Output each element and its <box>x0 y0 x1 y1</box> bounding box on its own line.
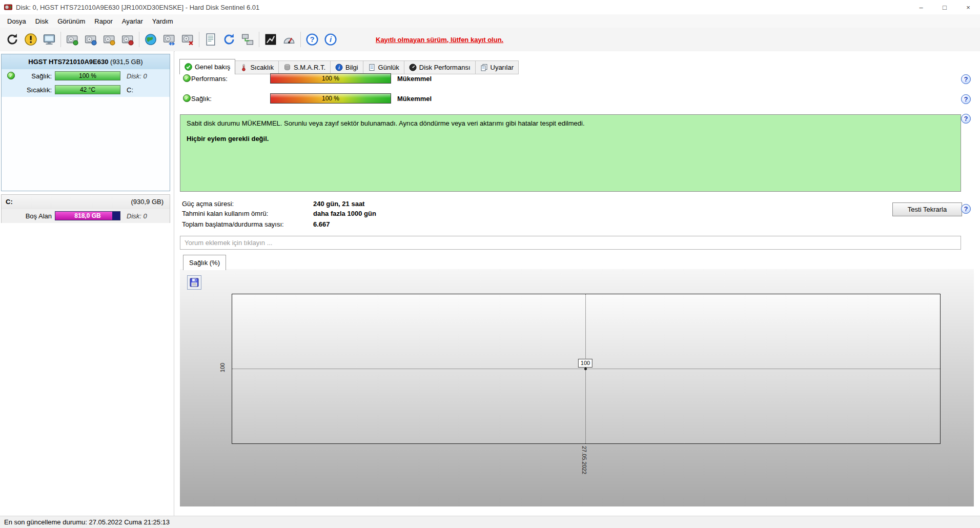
menu-gorunum[interactable]: Görünüm <box>53 14 90 28</box>
health-status-icon: ✓ <box>183 94 191 102</box>
close-button[interactable]: × <box>956 0 980 14</box>
app-icon <box>4 3 12 11</box>
disk-health-label: Sağlık: <box>11 72 52 80</box>
network-disks-icon <box>241 33 254 46</box>
log-icon <box>368 64 376 71</box>
menu-ayarlar[interactable]: Ayarlar <box>117 14 148 28</box>
menu-yardim[interactable]: Yardım <box>148 14 178 28</box>
tab-sicaklik[interactable]: Sıcaklık <box>235 60 279 74</box>
data-point-label: 100 <box>578 359 593 368</box>
retest-help-icon[interactable]: ? <box>961 204 971 214</box>
disk-repair-button[interactable] <box>118 29 137 50</box>
tab-smart[interactable]: S.M.A.R.T. <box>278 60 331 74</box>
stat-label: Tahmini kalan kullanım ömrü: <box>182 210 268 217</box>
menubar: Dosya Disk Görünüm Rapor Ayarlar Yardım <box>0 14 980 28</box>
health-bar: 100 % <box>270 93 391 104</box>
disk-surface-test-button[interactable] <box>100 29 118 50</box>
help-icon: ? <box>305 33 319 46</box>
warning-icon <box>24 33 37 46</box>
disk-performance-button[interactable] <box>280 29 298 50</box>
online-update-button[interactable] <box>141 29 160 50</box>
titlebar: Disk: 0, HGST HTS721010A9E630 [JR100XD30… <box>0 0 980 15</box>
tab-disk-performansi[interactable]: Disk Performansı <box>404 60 476 74</box>
smart-icon <box>283 64 291 71</box>
tab-genel-bakis[interactable]: Genel bakış <box>179 59 235 74</box>
tab-label: Genel bakış <box>195 63 230 71</box>
disk-remove-icon <box>181 33 194 46</box>
disk-surface-test-icon <box>103 33 116 46</box>
surface-map-button[interactable] <box>261 29 280 50</box>
network-disks-button[interactable] <box>238 29 257 50</box>
health-help-icon[interactable]: ? <box>961 94 971 104</box>
health-row: ✓ Sağlık: 100 % Mükemmel <box>175 93 980 105</box>
statusbar: En son güncelleme durumu: 27.05.2022 Cum… <box>0 516 980 528</box>
about-button[interactable]: i <box>321 29 340 50</box>
disk-name: HGST HTS721010A9E630 <box>28 58 108 66</box>
health-label: Sağlık: <box>191 95 212 103</box>
save-floppy-icon <box>189 277 199 288</box>
menu-rapor[interactable]: Rapor <box>90 14 117 28</box>
performance-status-icon: ✓ <box>183 74 191 82</box>
data-point-marker <box>584 368 587 370</box>
chart-tab-saglik[interactable]: Sağlık (%) <box>183 255 226 270</box>
partition-free-row: Boş Alan 818,0 GB Disk: 0 <box>2 209 170 223</box>
x-axis-tick-label: 27.05.2022 <box>581 446 587 474</box>
stat-label: Güç açma süresi: <box>182 200 234 208</box>
status-warning-button[interactable] <box>22 29 40 50</box>
tab-label: Günlük <box>378 64 399 71</box>
tab-bilgi[interactable]: i Bilgi <box>330 60 363 74</box>
disk-sync-button[interactable] <box>160 29 178 50</box>
refresh-button[interactable] <box>3 29 22 50</box>
chart-tab-label: Sağlık (%) <box>189 259 220 267</box>
tab-label: Uyarılar <box>491 64 514 71</box>
register-link[interactable]: Kayıtlı olmayan sürüm, lütfen kayıt olun… <box>376 36 503 44</box>
report-button[interactable] <box>201 29 220 50</box>
tab-label: Bilgi <box>345 64 358 71</box>
disk-size: (931,5 GB) <box>108 58 142 66</box>
refresh-data-button[interactable] <box>220 29 238 50</box>
window-title: Disk: 0, HGST HTS721010A9E630 [JR100XD30… <box>16 4 259 11</box>
status-help-icon[interactable]: ? <box>961 114 971 124</box>
toolbar-separator <box>60 32 61 47</box>
disk-extended-test-button[interactable] <box>81 29 100 50</box>
disk-number-label: Disk: 0 <box>127 72 147 80</box>
save-chart-button[interactable] <box>187 275 201 290</box>
health-history-chart: 100 100 27.05.2022 <box>180 269 974 506</box>
disk-quick-test-button[interactable] <box>63 29 81 50</box>
tab-uyarilar[interactable]: Uyarılar <box>475 60 519 74</box>
menu-disk[interactable]: Disk <box>31 14 53 28</box>
partition-size: (930,9 GB) <box>131 198 164 206</box>
disk-remove-button[interactable] <box>178 29 197 50</box>
performance-label: Performans: <box>191 75 228 83</box>
menu-dosya[interactable]: Dosya <box>3 14 31 28</box>
sync-arrows-icon <box>222 33 236 46</box>
stat-label: Toplam başlatma/durdurma sayısı: <box>182 220 284 228</box>
partition-disk-label: Disk: 0 <box>127 212 147 220</box>
partition-panel[interactable]: C: (930,9 GB) Boş Alan 818,0 GB Disk: 0 <box>1 194 170 223</box>
monitor-icon <box>43 33 56 46</box>
info-icon: i <box>324 33 337 46</box>
disk-sync-icon <box>162 33 176 46</box>
help-button[interactable]: ? <box>303 29 321 50</box>
tab-gunluk[interactable]: Günlük <box>363 60 404 74</box>
sidebar: HGST HTS721010A9E630 (931,5 GB) ✓ Sağlık… <box>0 51 174 516</box>
disk-temp-row: Sıcaklık: 42 °C C: <box>2 83 170 97</box>
retest-button[interactable]: Testi Tekrarla <box>892 202 962 216</box>
comment-input[interactable] <box>180 236 961 250</box>
system-monitor-button[interactable] <box>40 29 58 50</box>
disk-repair-icon <box>121 33 134 46</box>
info-icon: i <box>335 64 343 71</box>
performance-bar: 100 % <box>270 73 391 84</box>
y-axis-tick-label: 100 <box>219 360 226 375</box>
performance-help-icon[interactable]: ? <box>961 74 971 84</box>
refresh-icon <box>6 33 19 46</box>
report-icon <box>204 33 217 46</box>
chart-plot-area: 100 100 <box>232 294 941 444</box>
stat-value: 6.667 <box>313 220 330 228</box>
hard-disk-sentinel-logo-icon <box>4 3 12 11</box>
maximize-button[interactable]: □ <box>933 0 956 14</box>
disk-panel[interactable]: HGST HTS721010A9E630 (931,5 GB) ✓ Sağlık… <box>1 54 170 191</box>
disk-health-row: ✓ Sağlık: 100 % Disk: 0 <box>2 69 170 83</box>
toolbar: ? i Kayıtlı olmayan sürüm, lütfen kayıt … <box>0 28 980 52</box>
minimize-button[interactable]: – <box>909 0 933 14</box>
